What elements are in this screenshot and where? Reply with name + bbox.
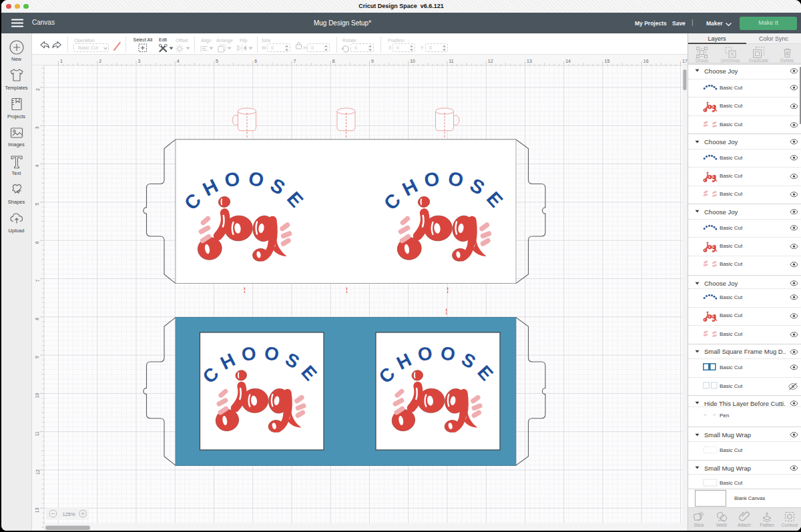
svg-text:10: 10 (410, 59, 415, 63)
svg-text:125%: 125% (63, 511, 76, 517)
svg-text:15: 15 (605, 59, 610, 63)
svg-text:2: 2 (99, 59, 101, 63)
svg-text:13: 13 (35, 507, 40, 513)
svg-text:10: 10 (35, 392, 40, 398)
svg-text:3: 3 (35, 126, 40, 129)
svg-text:8: 8 (35, 318, 40, 320)
svg-text:3: 3 (138, 59, 141, 63)
svg-text:1: 1 (60, 59, 63, 63)
svg-text:7: 7 (35, 279, 40, 282)
svg-text:2: 2 (35, 88, 40, 91)
svg-text:13: 13 (527, 59, 532, 63)
svg-text:4: 4 (35, 165, 40, 168)
svg-text:9: 9 (35, 356, 40, 358)
svg-text:5: 5 (35, 203, 40, 206)
svg-text:6: 6 (254, 59, 257, 63)
svg-text:4: 4 (177, 59, 180, 63)
svg-text:6: 6 (35, 241, 40, 244)
svg-text:9: 9 (371, 59, 374, 63)
svg-text:14: 14 (565, 59, 571, 63)
svg-text:7: 7 (294, 59, 296, 63)
svg-text:8: 8 (332, 59, 335, 63)
svg-text:12: 12 (35, 469, 40, 475)
svg-text:11: 11 (449, 59, 454, 63)
svg-text:12: 12 (488, 59, 493, 63)
svg-text:5: 5 (216, 59, 218, 63)
svg-text:11: 11 (35, 431, 40, 436)
svg-text:16: 16 (643, 59, 649, 63)
